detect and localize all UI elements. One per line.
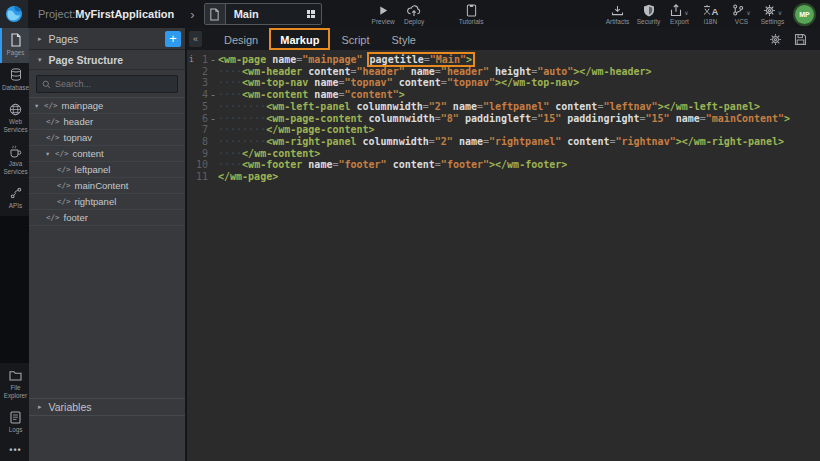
fold-marker[interactable]: -	[208, 113, 218, 125]
sidebar-item-databases[interactable]: Databases	[0, 63, 29, 98]
tree-item-rightpanel[interactable]: </>rightpanel	[29, 194, 185, 210]
code-line-10[interactable]: 10····<wm-footer name="footer" content="…	[187, 159, 820, 171]
settings-label: Settings	[761, 18, 785, 25]
code-line-6[interactable]: 6-········<wm-page-content columnwidth="…	[187, 113, 820, 125]
fold-marker	[208, 136, 218, 148]
tree-item-mainpage[interactable]: ▾</>mainpage	[29, 98, 185, 114]
sidebar-item-pages[interactable]: Pages	[0, 28, 29, 63]
code-text: ····<wm-content name="content">	[218, 89, 405, 101]
grid-layout-icon[interactable]	[307, 10, 315, 18]
add-page-button[interactable]: +	[165, 31, 181, 47]
code-tag-icon: </>	[46, 133, 60, 142]
editor-settings-button[interactable]	[769, 33, 782, 46]
tab-design[interactable]: Design	[213, 28, 269, 50]
editor-tab-bar: « DesignMarkupScriptStyle	[187, 28, 820, 50]
pages-panel-footer	[29, 416, 185, 461]
page-selector-tab[interactable]: Main	[204, 3, 322, 25]
project-name: MyFirstApplication	[75, 8, 174, 20]
code-line-8[interactable]: 8········<wm-right-panel columnwidth="2"…	[187, 136, 820, 148]
tutorials-button[interactable]: Tutorials	[456, 3, 487, 25]
pages-panel: ▸ Pages + ▾ Page Structure ▾</>mainpage<…	[29, 28, 187, 461]
collapse-panel-button[interactable]: «	[189, 31, 202, 47]
sidebar-item-label: Pages	[2, 49, 29, 57]
code-text: ····<wm-header content="header" name="he…	[218, 66, 652, 78]
code-text: ····</wm-content>	[218, 148, 320, 160]
chevron-down-icon[interactable]: ▾	[35, 102, 44, 110]
i18n-button[interactable]: Ai18N	[695, 3, 726, 25]
gear-icon	[763, 4, 776, 17]
gutter-marker	[187, 159, 196, 171]
tree-item-footer[interactable]: </>footer	[29, 210, 185, 226]
sidebar-item-label: Logs	[2, 426, 29, 434]
sidebar-item-apis[interactable]: APIs	[0, 181, 29, 216]
fold-marker	[208, 159, 218, 171]
search-input[interactable]	[55, 79, 172, 89]
page-icon	[10, 33, 22, 47]
code-line-5[interactable]: 5········<wm-left-panel columnwidth="2" …	[187, 101, 820, 113]
variables-section-header[interactable]: ▸ Variables	[29, 398, 185, 416]
deploy-button[interactable]: Deploy	[399, 3, 430, 25]
pages-section-title: Pages	[49, 33, 165, 45]
security-label: Security	[637, 18, 660, 25]
wavemaker-logo[interactable]	[0, 0, 28, 28]
deploy-label: Deploy	[404, 18, 424, 25]
tree-item-label: content	[73, 148, 104, 159]
vcs-button[interactable]: ∨VCS	[726, 3, 757, 25]
sidebar-item-more[interactable]: •••	[0, 440, 29, 461]
tree-item-header[interactable]: </>header	[29, 114, 185, 130]
fold-marker	[208, 77, 218, 89]
code-tag-icon: </>	[46, 117, 60, 126]
sidebar-item-label: File Explorer	[2, 384, 29, 399]
preview-button[interactable]: Preview	[368, 3, 399, 25]
code-text: ····<wm-top-nav name="topnav" content="t…	[218, 77, 579, 89]
tree-item-mainContent[interactable]: </>mainContent	[29, 178, 185, 194]
code-line-1[interactable]: i1-<wm-page name="mainpage" pagetitle="M…	[187, 54, 820, 66]
markup-code-editor[interactable]: i1-<wm-page name="mainpage" pagetitle="M…	[187, 50, 820, 461]
save-button[interactable]	[794, 33, 807, 46]
code-text: </wm-page>	[218, 171, 278, 183]
tab-style[interactable]: Style	[381, 28, 427, 50]
line-number: 8	[196, 136, 208, 148]
gutter-marker	[187, 66, 196, 78]
sidebar-item-web-services[interactable]: Web Services	[0, 97, 29, 139]
variables-section-title: Variables	[49, 401, 176, 413]
code-text: ····<wm-footer name="footer" content="fo…	[218, 159, 567, 171]
sidebar-item-logs[interactable]: Logs	[0, 405, 29, 440]
tree-item-leftpanel[interactable]: </>leftpanel	[29, 162, 185, 178]
security-button[interactable]: Security	[633, 3, 664, 25]
tree-item-content[interactable]: ▾</>content	[29, 146, 185, 162]
code-line-4[interactable]: 4-····<wm-content name="content">	[187, 89, 820, 101]
artifacts-button[interactable]: Artifacts	[602, 3, 633, 25]
code-line-3[interactable]: 3····<wm-top-nav name="topnav" content="…	[187, 77, 820, 89]
editor-tab-actions	[769, 28, 807, 50]
preview-label: Preview	[372, 18, 395, 25]
page-structure-header[interactable]: ▾ Page Structure	[29, 50, 185, 70]
code-line-2[interactable]: 2····<wm-header content="header" name="h…	[187, 66, 820, 78]
tree-item-topnav[interactable]: </>topnav	[29, 130, 185, 146]
chevron-right-icon: ▸	[38, 35, 42, 43]
tab-markup[interactable]: Markup	[269, 28, 330, 50]
pages-section-header[interactable]: ▸ Pages +	[29, 28, 185, 50]
chevron-down-icon[interactable]: ▾	[46, 150, 55, 158]
coffee-icon	[9, 144, 22, 158]
settings-button[interactable]: ∨Settings	[757, 3, 788, 25]
fold-marker[interactable]: -	[208, 89, 218, 101]
code-line-11[interactable]: 11</wm-page>	[187, 171, 820, 183]
wavemaker-studio: Project:MyFirstApplication › Main Previe…	[0, 0, 820, 461]
avatar[interactable]: MP	[795, 5, 814, 24]
chevron-right-icon: ›	[190, 8, 194, 21]
folder-icon	[9, 368, 22, 382]
globe-icon	[9, 102, 22, 116]
code-line-9[interactable]: 9····</wm-content>	[187, 148, 820, 160]
gutter-marker	[187, 77, 196, 89]
project-label: Project:	[38, 8, 75, 20]
sidebar-item-java-services[interactable]: Java Services	[0, 139, 29, 181]
fold-marker[interactable]: -	[208, 54, 218, 66]
code-line-7[interactable]: 7········</wm-page-content>	[187, 124, 820, 136]
export-button[interactable]: ∨Export	[664, 3, 695, 25]
sidebar-item-file-explorer[interactable]: File Explorer	[0, 363, 29, 405]
tab-script[interactable]: Script	[330, 28, 380, 50]
page-structure-title: Page Structure	[49, 54, 176, 66]
i18n-icon: A	[703, 4, 719, 17]
sidebar-item-label: Databases	[2, 84, 29, 92]
